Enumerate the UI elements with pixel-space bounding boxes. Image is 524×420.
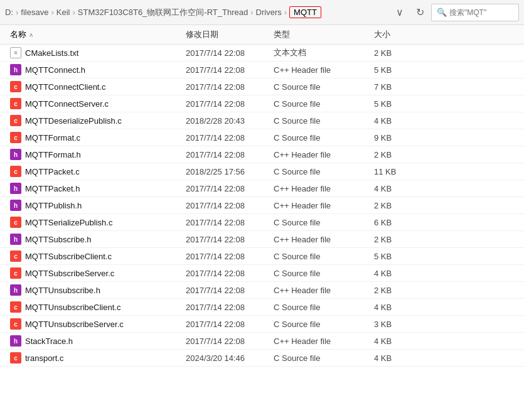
table-row[interactable]: c MQTTConnectClient.c 2017/7/14 22:08 C …	[0, 78, 524, 95]
file-icon: h	[10, 64, 21, 75]
table-row[interactable]: h MQTTSubscribe.h 2017/7/14 22:08 C++ He…	[0, 231, 524, 248]
file-date: 2017/7/14 22:08	[186, 218, 274, 227]
file-size: 7 KB	[374, 82, 424, 92]
table-row[interactable]: h MQTTFormat.h 2017/7/14 22:08 C++ Heade…	[0, 146, 524, 163]
table-row[interactable]: ≡ CMakeLists.txt 2017/7/14 22:08 文本文档 2 …	[0, 45, 524, 62]
table-row[interactable]: c MQTTSerializePublish.c 2017/7/14 22:08…	[0, 214, 524, 231]
file-icon: c	[10, 115, 21, 126]
file-name: MQTTSubscribeClient.c	[25, 252, 112, 261]
file-date: 2017/7/14 22:08	[186, 133, 274, 143]
file-name: MQTTConnectServer.c	[25, 99, 109, 109]
file-type: C Source file	[274, 99, 374, 109]
file-type: 文本文档	[274, 47, 374, 58]
file-type: C Source file	[274, 320, 374, 329]
table-row[interactable]: h MQTTConnect.h 2017/7/14 22:08 C++ Head…	[0, 62, 524, 78]
file-list-container: 名称 ∧ 修改日期 类型 大小 ≡ CMakeLists.txt 2017/7/…	[0, 25, 524, 367]
table-row[interactable]: c MQTTPacket.c 2018/2/25 17:56 C Source …	[0, 163, 524, 180]
file-date: 2017/7/14 22:08	[186, 150, 274, 159]
table-row[interactable]: c MQTTDeserializePublish.c 2018/2/28 20:…	[0, 112, 524, 129]
file-name: MQTTPacket.h	[25, 184, 80, 193]
file-name: MQTTDeserializePublish.c	[25, 116, 122, 126]
file-date: 2017/7/14 22:08	[186, 337, 274, 346]
file-date: 2017/7/14 22:08	[186, 303, 274, 312]
file-type: C++ Header file	[274, 65, 374, 75]
file-icon: h	[10, 183, 21, 194]
file-icon: c	[10, 318, 21, 330]
file-size: 4 KB	[374, 116, 424, 126]
file-type: C Source file	[274, 252, 374, 261]
table-row[interactable]: h MQTTUnsubscribe.h 2017/7/14 22:08 C++ …	[0, 282, 524, 299]
file-date: 2018/2/28 20:43	[186, 116, 274, 126]
file-icon: c	[10, 132, 21, 143]
file-size: 5 KB	[374, 65, 424, 75]
file-type: C Source file	[274, 116, 374, 126]
col-header-size[interactable]: 大小	[374, 29, 424, 40]
file-size: 2 KB	[374, 235, 424, 244]
table-row[interactable]: c MQTTSubscribeServer.c 2017/7/14 22:08 …	[0, 265, 524, 282]
refresh-btn[interactable]: ↻	[411, 4, 429, 21]
file-type: C Source file	[274, 167, 374, 176]
file-size: 4 KB	[374, 269, 424, 278]
file-size: 6 KB	[374, 218, 424, 227]
breadcrumb-drivers[interactable]: Drivers	[256, 8, 282, 17]
file-name: MQTTFormat.c	[25, 133, 80, 143]
file-date: 2017/7/14 22:08	[186, 184, 274, 193]
file-type: C++ Header file	[274, 235, 374, 244]
column-headers: 名称 ∧ 修改日期 类型 大小	[0, 25, 524, 45]
breadcrumb-filesave[interactable]: filesave	[21, 8, 48, 17]
file-date: 2017/7/14 22:08	[186, 235, 274, 244]
file-name: MQTTPublish.h	[25, 201, 82, 210]
file-name: MQTTPacket.c	[25, 167, 80, 176]
file-type: C Source file	[274, 133, 374, 143]
file-date: 2017/7/14 22:08	[186, 99, 274, 109]
file-type: C++ Header file	[274, 286, 374, 295]
table-row[interactable]: c MQTTUnsubscribeServer.c 2017/7/14 22:0…	[0, 316, 524, 333]
file-size: 4 KB	[374, 303, 424, 312]
file-size: 2 KB	[374, 48, 424, 58]
file-date: 2017/7/14 22:08	[186, 269, 274, 278]
col-header-type[interactable]: 类型	[274, 29, 374, 40]
table-row[interactable]: h MQTTPacket.h 2017/7/14 22:08 C++ Heade…	[0, 180, 524, 197]
file-icon: c	[10, 267, 21, 279]
file-icon: h	[10, 284, 21, 296]
file-icon: c	[10, 98, 21, 109]
file-date: 2017/7/14 22:08	[186, 82, 274, 92]
table-row[interactable]: c transport.c 2024/3/20 14:46 C Source f…	[0, 350, 524, 367]
top-bar: D: › filesave › Keil › STM32F103C8T6_物联网…	[0, 0, 524, 25]
breadcrumb-mqtt[interactable]: MQTT	[289, 6, 321, 18]
file-size: 2 KB	[374, 201, 424, 210]
table-row[interactable]: h MQTTPublish.h 2017/7/14 22:08 C++ Head…	[0, 197, 524, 214]
dropdown-btn[interactable]: ∨	[391, 4, 409, 21]
breadcrumb-d[interactable]: D:	[5, 8, 13, 17]
file-name: MQTTFormat.h	[25, 150, 81, 159]
file-icon: c	[10, 250, 21, 262]
breadcrumb-stm32[interactable]: STM32F103C8T6_物联网工作空间-RT_Thread	[78, 7, 248, 18]
file-icon: h	[10, 149, 21, 160]
col-header-date[interactable]: 修改日期	[186, 29, 274, 40]
table-row[interactable]: c MQTTConnectServer.c 2017/7/14 22:08 C …	[0, 95, 524, 112]
search-input[interactable]	[449, 8, 512, 17]
table-row[interactable]: c MQTTFormat.c 2017/7/14 22:08 C Source …	[0, 129, 524, 146]
file-size: 2 KB	[374, 150, 424, 159]
file-date: 2024/3/20 14:46	[186, 353, 274, 363]
file-date: 2018/2/25 17:56	[186, 167, 274, 176]
col-header-name[interactable]: 名称 ∧	[10, 29, 186, 40]
file-icon: h	[10, 234, 21, 245]
table-row[interactable]: c MQTTSubscribeClient.c 2017/7/14 22:08 …	[0, 248, 524, 265]
file-icon: ≡	[10, 47, 21, 58]
file-type: C++ Header file	[274, 337, 374, 346]
search-box[interactable]: 🔍	[431, 4, 519, 21]
breadcrumb-keil[interactable]: Keil	[56, 8, 70, 17]
file-icon: c	[10, 166, 21, 177]
file-name: transport.c	[25, 353, 63, 363]
file-rows: ≡ CMakeLists.txt 2017/7/14 22:08 文本文档 2 …	[0, 45, 524, 367]
file-size: 5 KB	[374, 99, 424, 109]
file-icon: c	[10, 301, 21, 313]
file-type: C++ Header file	[274, 201, 374, 210]
file-type: C Source file	[274, 218, 374, 227]
file-name: MQTTUnsubscribeServer.c	[25, 320, 124, 329]
file-icon: c	[10, 352, 21, 363]
file-size: 4 KB	[374, 337, 424, 346]
table-row[interactable]: c MQTTUnsubscribeClient.c 2017/7/14 22:0…	[0, 299, 524, 316]
table-row[interactable]: h StackTrace.h 2017/7/14 22:08 C++ Heade…	[0, 333, 524, 350]
